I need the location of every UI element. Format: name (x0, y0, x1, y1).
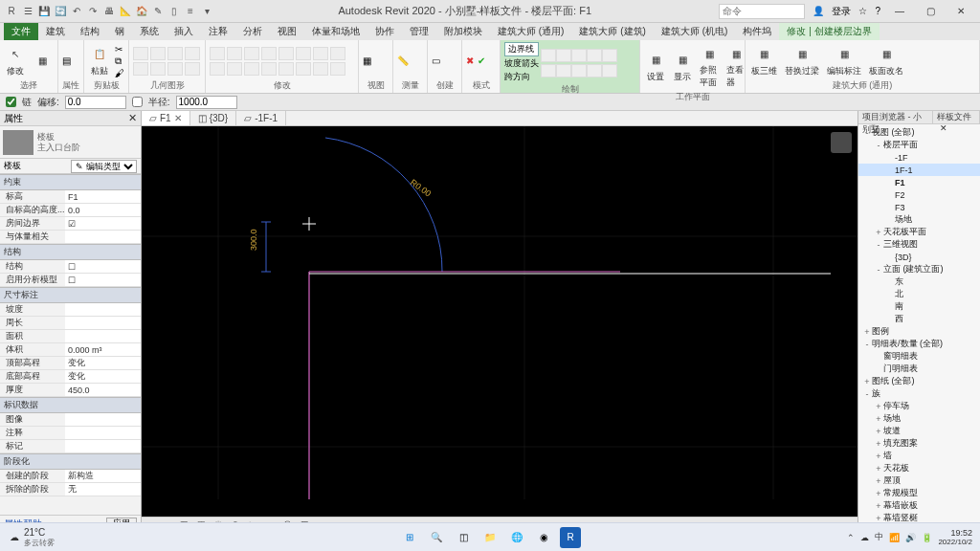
tree-item[interactable]: +图例 (858, 325, 980, 338)
modify-tool[interactable] (278, 62, 294, 76)
cancel-mode-icon[interactable]: ✖ (466, 55, 474, 66)
view-tab[interactable]: ▱ -1F-1 (236, 111, 286, 125)
tray-volume-icon[interactable]: 🔊 (905, 533, 916, 542)
property-row[interactable]: 创建的阶段新构造 (0, 470, 141, 483)
property-row[interactable]: 房间边界☑ (0, 217, 141, 231)
gm-btn-4[interactable]: ▦板面改名 (867, 43, 905, 79)
tree-expander-icon[interactable]: + (874, 228, 883, 237)
open-icon[interactable]: ☰ (21, 5, 34, 18)
scale-icon[interactable] (313, 47, 328, 60)
offset-input[interactable] (65, 96, 126, 109)
property-value[interactable] (65, 317, 141, 329)
tree-item[interactable]: 场地 (858, 213, 980, 226)
drawing-canvas[interactable]: R0.00 300.0 (142, 126, 858, 517)
ribbon-tab[interactable]: 钢 (107, 23, 132, 40)
rect-icon[interactable] (556, 49, 571, 62)
tree-item[interactable]: -立面 (建筑立面) (858, 263, 980, 276)
property-row[interactable]: 与体量相关 (0, 231, 141, 244)
user-label[interactable]: 登录 (832, 5, 851, 18)
properties-list[interactable]: 约束标高F1自标高的高度...0.0房间边界☑与体量相关结构结构☐启用分析模型☐… (0, 174, 141, 515)
undo-icon[interactable]: ↶ (70, 5, 83, 18)
viewer-button[interactable]: ▦查看器 (724, 42, 747, 91)
gm-btn-3[interactable]: ▦编辑标注 (825, 43, 863, 79)
property-value[interactable]: ☐ (65, 260, 141, 273)
help-icon[interactable]: ? (875, 6, 880, 16)
ribbon-tab[interactable]: 建筑 (38, 23, 73, 40)
property-row[interactable]: 结构☐ (0, 260, 141, 274)
redo-icon[interactable]: ↷ (86, 5, 100, 18)
tree-item[interactable]: +坡道 (858, 425, 980, 437)
ribbon-tab[interactable]: 插入 (167, 23, 201, 40)
type-selector[interactable]: 楼板 主入口台阶 (0, 126, 141, 159)
tree-expander-icon[interactable]: + (874, 427, 883, 436)
arc2-icon[interactable] (541, 64, 556, 77)
property-value[interactable]: ☑ (65, 217, 141, 230)
boundary-line-button[interactable]: 边界线 (504, 42, 539, 56)
span-direction-button[interactable]: 跨方向 (504, 71, 539, 83)
slope-arrow-button[interactable]: 坡度箭头 (504, 57, 539, 70)
geom-tool[interactable] (185, 62, 200, 76)
property-value[interactable]: 0.000 m³ (65, 343, 141, 356)
property-value[interactable] (65, 413, 141, 426)
line-icon[interactable] (541, 49, 556, 62)
tree-expander-icon[interactable]: + (874, 501, 883, 511)
modify-tool[interactable] (330, 62, 345, 76)
ribbon-tab[interactable]: 系统 (132, 23, 167, 40)
measure-icon[interactable]: 📐 (119, 5, 132, 18)
copy-icon[interactable]: ⧉ (115, 55, 124, 67)
tree-expander-icon[interactable]: + (862, 327, 872, 337)
modify-tool[interactable] (296, 62, 311, 76)
circle-icon[interactable] (587, 49, 602, 62)
maximize-button[interactable]: ▢ (919, 6, 942, 16)
property-row[interactable]: 周长 (0, 317, 141, 330)
tree-item[interactable]: -明细表/数量 (全部) (858, 338, 980, 350)
poly-icon[interactable] (571, 49, 587, 62)
taskbar-app-icon[interactable]: ◉ (533, 527, 554, 548)
radius-checkbox[interactable] (132, 97, 143, 107)
modify-tool[interactable] (227, 62, 242, 76)
taskbar-revit-icon[interactable]: R (560, 527, 581, 548)
close-hidden-icon[interactable]: ▾ (200, 5, 213, 18)
gm-btn-2[interactable]: ▦替换过梁 (783, 43, 821, 79)
view-tab-close-icon[interactable]: ✕ (174, 113, 182, 123)
taskbar-taskview-icon[interactable]: ◫ (453, 527, 474, 548)
tray-wifi-icon[interactable]: 📶 (889, 533, 900, 542)
geom-tool[interactable] (150, 62, 166, 76)
property-row[interactable]: 底部高程变化 (0, 370, 141, 384)
tree-item[interactable]: 1F-1 (858, 164, 980, 176)
ribbon-tab[interactable]: 协作 (368, 23, 402, 40)
property-value[interactable]: 新构造 (65, 470, 141, 482)
paste-button[interactable]: 📋 粘贴 (88, 43, 111, 79)
tree-item[interactable]: -楼层平面 (858, 139, 980, 151)
trim-icon[interactable] (261, 47, 277, 60)
ribbon-tab-file[interactable]: 文件 (4, 23, 38, 40)
measure-tool-icon[interactable]: 📏 (397, 55, 409, 66)
tree-item[interactable]: +常规模型 (858, 487, 980, 499)
save-icon[interactable]: 💾 (37, 5, 51, 18)
modify-tool[interactable] (261, 62, 277, 76)
tree-item[interactable]: +图纸 (全部) (858, 375, 980, 387)
set-plane-button[interactable]: ▦设置 (644, 49, 667, 85)
tree-item[interactable]: 西 (858, 313, 980, 325)
weather-widget[interactable]: ☁ 21°C 多云转雾 (0, 527, 64, 548)
property-row[interactable]: 面积 (0, 330, 141, 343)
chain-checkbox[interactable] (6, 97, 16, 107)
tree-expander-icon[interactable]: + (874, 439, 883, 449)
user-icon[interactable]: 👤 (813, 6, 824, 16)
tree-item[interactable]: 东 (858, 276, 980, 288)
properties-close-icon[interactable]: ✕ (128, 112, 137, 124)
ribbon-tab[interactable]: 构件坞 (735, 23, 779, 40)
ref-plane-button[interactable]: ▦参照 平面 (698, 42, 721, 91)
property-value[interactable] (65, 440, 141, 452)
match-icon[interactable]: 🖌 (115, 68, 124, 78)
start-button[interactable]: ⊞ (399, 527, 420, 548)
tree-item[interactable]: -1F (858, 151, 980, 164)
move-icon[interactable] (210, 47, 225, 60)
array-icon[interactable] (296, 47, 311, 60)
ellipse-icon[interactable] (571, 64, 587, 77)
home-icon[interactable]: 🏠 (135, 5, 148, 18)
cut-icon[interactable]: ✂ (115, 44, 124, 55)
tray-clock[interactable]: 19:52 2022/10/2 (938, 528, 972, 546)
search-input[interactable] (719, 4, 805, 19)
tree-item[interactable]: F1 (858, 176, 980, 188)
